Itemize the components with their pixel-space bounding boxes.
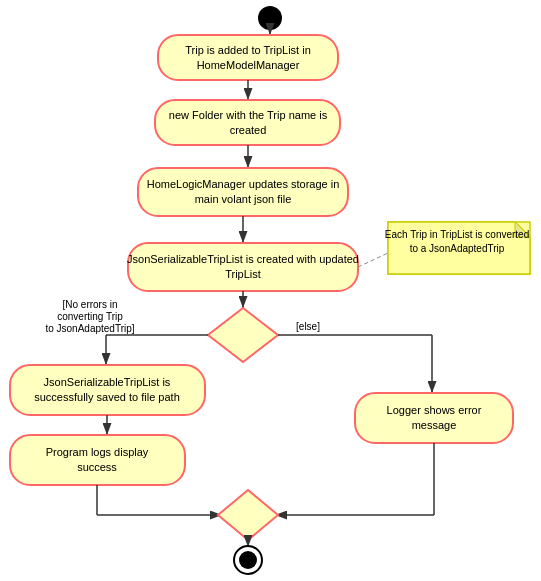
node-json-created: JsonSerializableTripList is created with… — [127, 243, 359, 291]
svg-text:main volant json file: main volant json file — [195, 193, 292, 205]
node-homelogic: HomeLogicManager updates storage in main… — [138, 168, 348, 216]
decision-diamond1 — [208, 308, 278, 362]
svg-text:successfully saved to file pat: successfully saved to file path — [34, 391, 180, 403]
label-no-errors-2: converting Trip — [57, 311, 123, 322]
svg-marker-29 — [218, 490, 278, 540]
svg-text:message: message — [412, 419, 457, 431]
node-trip-added: Trip is added to TripList in HomeModelMa… — [158, 35, 338, 80]
svg-rect-2 — [158, 35, 338, 80]
label-no-errors: [No errors in — [62, 299, 117, 310]
svg-text:HomeModelManager: HomeModelManager — [197, 59, 300, 71]
svg-point-31 — [239, 551, 257, 569]
node-new-folder: new Folder with the Trip name is created — [155, 100, 340, 145]
svg-text:Program logs display: Program logs display — [46, 446, 149, 458]
svg-text:JsonSerializableTripList is: JsonSerializableTripList is — [44, 376, 171, 388]
svg-text:Trip is added to TripList in: Trip is added to TripList in — [185, 44, 311, 56]
svg-text:TripList: TripList — [225, 268, 261, 280]
svg-text:JsonSerializableTripList is cr: JsonSerializableTripList is created with… — [127, 253, 359, 265]
svg-text:success: success — [77, 461, 117, 473]
svg-text:created: created — [230, 124, 267, 136]
label-else: [else] — [296, 321, 320, 332]
note-connector — [358, 253, 388, 267]
start-node — [258, 6, 282, 30]
svg-marker-19 — [208, 308, 278, 362]
svg-text:new Folder with the Trip name : new Folder with the Trip name is — [169, 109, 328, 121]
svg-text:Each Trip in TripList is conve: Each Trip in TripList is converted — [385, 229, 530, 240]
end-node — [234, 546, 262, 574]
label-no-errors-3: to JsonAdaptedTrip] — [45, 323, 134, 334]
merge-diamond2 — [218, 490, 278, 540]
note-each-trip: Each Trip in TripList is converted to a … — [385, 222, 530, 274]
node-logger-error: Logger shows error message — [355, 393, 513, 443]
svg-rect-5 — [155, 100, 340, 145]
svg-text:Logger shows error: Logger shows error — [387, 404, 482, 416]
node-program-logs: Program logs display success — [10, 435, 185, 485]
svg-text:HomeLogicManager updates stora: HomeLogicManager updates storage in — [147, 178, 340, 190]
svg-text:to a JsonAdaptedTrip: to a JsonAdaptedTrip — [410, 243, 505, 254]
node-saved: JsonSerializableTripList is successfully… — [10, 365, 205, 415]
